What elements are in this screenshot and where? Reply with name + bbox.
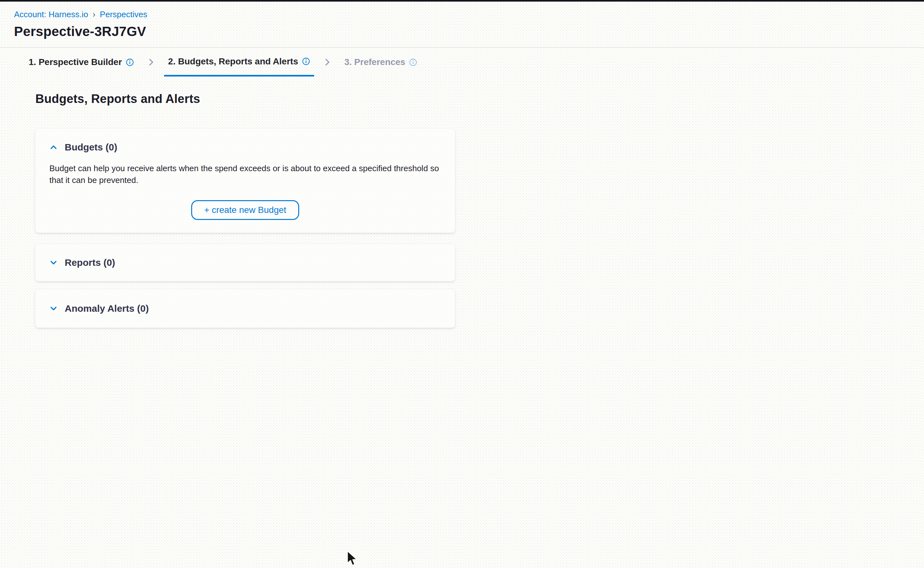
budgets-card: Budgets (0) Budget can help you receive … [35, 129, 455, 233]
window-top-edge [0, 0, 924, 2]
wizard-step-tabs: 1. Perspective Builder 2. Budgets, Repor… [0, 48, 924, 77]
mouse-pointer-icon [346, 550, 359, 568]
info-icon[interactable] [302, 57, 310, 65]
chevron-right-icon [146, 57, 156, 67]
budgets-card-title: Budgets (0) [65, 142, 117, 153]
chevron-down-icon[interactable] [50, 258, 58, 267]
budgets-description: Budget can help you receive alerts when … [50, 163, 446, 186]
page-header: Account: Harness.io › Perspectives Persp… [0, 0, 924, 48]
budgets-button-row: + create new Budget [50, 200, 441, 220]
chevron-up-icon[interactable] [50, 143, 58, 151]
tab-preferences-label: 3. Preferences [344, 57, 405, 67]
page-title: Perspective-3RJ7GV [14, 24, 924, 39]
tab-perspective-builder[interactable]: 1. Perspective Builder [24, 48, 138, 77]
breadcrumb-perspectives-link[interactable]: Perspectives [100, 9, 147, 19]
tab-budgets-reports-alerts[interactable]: 2. Budgets, Reports and Alerts [164, 48, 314, 77]
perspective-wizard-page: Account: Harness.io › Perspectives Persp… [0, 0, 924, 568]
chevron-right-icon [323, 57, 332, 67]
info-icon[interactable] [126, 58, 134, 66]
reports-card-title: Reports (0) [65, 257, 115, 268]
reports-card-header[interactable]: Reports (0) [50, 257, 441, 268]
budgets-card-header[interactable]: Budgets (0) [50, 142, 441, 153]
info-icon[interactable] [409, 58, 417, 66]
breadcrumb-separator-icon: › [93, 9, 96, 19]
section-heading: Budgets, Reports and Alerts [35, 92, 924, 106]
tab-preferences[interactable]: 3. Preferences [340, 48, 421, 77]
chevron-down-icon[interactable] [50, 304, 58, 313]
breadcrumb: Account: Harness.io › Perspectives [14, 9, 924, 19]
reports-card: Reports (0) [35, 244, 455, 281]
main-content: Budgets, Reports and Alerts Budgets (0) … [0, 77, 924, 328]
anomaly-alerts-card-title: Anomaly Alerts (0) [65, 303, 149, 314]
create-new-budget-button[interactable]: + create new Budget [191, 200, 300, 220]
anomaly-alerts-card: Anomaly Alerts (0) [35, 289, 455, 328]
tab-budgets-reports-alerts-label: 2. Budgets, Reports and Alerts [168, 56, 298, 66]
tab-perspective-builder-label: 1. Perspective Builder [29, 57, 122, 67]
breadcrumb-account-link[interactable]: Account: Harness.io [14, 9, 88, 19]
anomaly-alerts-card-header[interactable]: Anomaly Alerts (0) [50, 303, 441, 314]
